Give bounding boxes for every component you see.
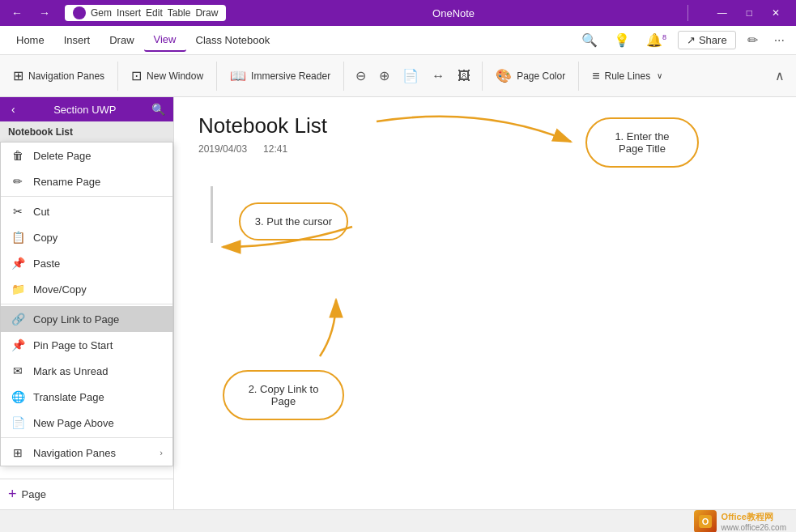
maximize-button[interactable]: □ [737,4,762,22]
ribbon-newwindow[interactable]: ⊡ New Window [125,63,210,88]
add-page-icon: + [8,486,17,503]
title-bar: ← → Gem Insert Edit Table Draw OneNote —… [0,0,796,26]
ctx-copy[interactable]: 📋 Copy [1,224,172,250]
page-list-header: Notebook List [0,121,173,143]
search-button[interactable]: 🔍 [577,29,602,51]
add-page-area[interactable]: + Page [0,479,173,509]
ctx-newabove-label: New Page Above [33,417,114,429]
pagecolor-icon: 🎨 [496,68,512,83]
content-area: Notebook List 2019/04/03 12:41 1. Enter … [174,97,796,509]
ribbon-navpanes[interactable]: ⊞ Navigation Panes [6,63,111,88]
ctx-movecopy-label: Move/Copy [33,283,87,296]
ribbon-right: ∧ [770,65,790,87]
ctx-delete-page[interactable]: 🗑 Delete Page [1,143,172,168]
gem-menu-insert[interactable]: Insert [117,7,141,19]
ribbon-divider-3 [343,62,344,91]
section-back-button[interactable]: ‹ [8,103,19,116]
minimize-button[interactable]: — [708,4,737,22]
watermark-text: Office教程网 www.office26.com [722,511,786,532]
ctx-markunread[interactable]: ✉ Mark as Unread [1,358,172,384]
ribbon-immersive-label: Immersive Reader [251,70,330,82]
section-search-button[interactable]: 🔍 [151,103,165,116]
main-layout: ‹ Section UWP 🔍 Notebook List 🗑 Delete P… [0,97,796,509]
menu-bar: Home Insert Draw View Class Notebook 🔍 💡… [0,26,796,55]
ctx-navpanes[interactable]: ⊞ Navigation Panes › [1,440,172,466]
more-button[interactable]: ··· [769,30,790,51]
menu-draw[interactable]: Draw [100,29,143,51]
watermark-site-name: Office教程网 [722,511,786,523]
ribbon-rulelines-label: Rule Lines [605,70,651,82]
navpanes-ctx-icon: ⊞ [11,445,25,460]
copylink-icon: 🔗 [11,312,25,326]
menu-home[interactable]: Home [6,29,54,51]
forward-button[interactable]: → [34,5,55,21]
cut-icon: ✂ [11,204,25,219]
ctx-cut[interactable]: ✂ Cut [1,198,172,224]
annotation-arrows [174,97,796,509]
ctx-rename-page[interactable]: ✏ Rename Page [1,168,172,194]
ribbon-rulelines[interactable]: ≡ Rule Lines ∨ [585,64,669,88]
page-view-button[interactable]: 🖼 [453,66,475,87]
ctx-paste[interactable]: 📌 Paste [1,250,172,276]
back-button[interactable]: ← [6,5,28,21]
ctx-sep-1 [1,196,172,197]
markunread-icon: ✉ [11,364,25,378]
ribbon: ⊞ Navigation Panes ⊡ New Window 📖 Immers… [0,55,796,97]
ctx-pinstart[interactable]: 📌 Pin Page to Start [1,332,172,358]
share-label: Share [699,34,727,46]
ctx-rename-label: Rename Page [33,176,100,188]
page-line-marker [211,186,213,243]
menu-classnotebook[interactable]: Class Notebook [186,29,280,51]
delete-page-icon: 🗑 [11,148,25,163]
zoom-out-button[interactable]: ⊖ [351,65,371,87]
ribbon-immersive[interactable]: 📖 Immersive Reader [223,63,337,88]
callout1-text: 1. Enter the Page Title [615,130,669,155]
watermark: O Office教程网 www.office26.com [694,510,786,533]
share-button[interactable]: ↗ Share [678,31,736,49]
ctx-translate[interactable]: 🌐 Translate Page [1,384,172,410]
ribbon-pagecolor[interactable]: 🎨 Page Color [489,63,572,88]
left-panel: ‹ Section UWP 🔍 Notebook List 🗑 Delete P… [0,97,174,509]
time-value: 12:41 [263,143,287,155]
light-button[interactable]: 💡 [609,29,635,51]
newwindow-icon: ⊡ [131,68,142,83]
ctx-movecopy[interactable]: 📁 Move/Copy [1,276,172,302]
rename-page-icon: ✏ [11,174,25,189]
ctx-sep-3 [1,437,172,438]
ribbon-divider-5 [578,62,579,91]
zoom-in-button[interactable]: ⊕ [374,65,394,87]
ctx-newabove[interactable]: 📄 New Page Above [1,410,172,436]
ribbon-divider-2 [216,62,217,91]
callout3-text: 3. Put the cursor [255,215,332,228]
fit-width-button[interactable]: ↔ [427,66,449,87]
gem-menu-table[interactable]: Table [168,7,191,19]
movecopy-icon: 📁 [11,282,25,296]
add-page-label: Page [22,488,46,500]
menu-insert[interactable]: Insert [54,29,100,51]
app-title: OneNote [226,7,680,19]
close-button[interactable]: ✕ [762,4,790,22]
gem-label: Gem [91,7,112,19]
menu-bar-right: 🔍 💡 🔔8 ↗ Share ✏ ··· [577,29,790,51]
notification-button[interactable]: 🔔8 [641,29,671,51]
ctx-copylink[interactable]: 🔗 Copy Link to Page [1,306,172,332]
office-logo-svg: O [698,514,713,529]
ctx-pinstart-label: Pin Page to Start [33,339,113,351]
fit-page-button[interactable]: 📄 [398,65,424,87]
immersive-icon: 📖 [230,68,246,83]
edit-button[interactable]: ✏ [743,29,763,51]
gem-bar[interactable]: Gem Insert Edit Table Draw [65,5,226,21]
section-header: ‹ Section UWP 🔍 [0,97,173,121]
gem-menu-draw[interactable]: Draw [195,7,218,19]
callout-enter-title: 1. Enter the Page Title [585,117,699,168]
watermark-url: www.office26.com [722,523,786,532]
context-menu: 🗑 Delete Page ✏ Rename Page ✂ Cut 📋 Copy… [0,142,173,466]
navpanes-icon: ⊞ [13,68,23,83]
ctx-sep-2 [1,304,172,304]
gem-menu-edit[interactable]: Edit [146,7,163,19]
ribbon-collapse-button[interactable]: ∧ [770,65,790,87]
ribbon-divider-4 [482,62,483,91]
menu-view[interactable]: View [144,28,186,52]
ctx-markunread-label: Mark as Unread [33,365,108,377]
share-icon: ↗ [687,34,696,46]
